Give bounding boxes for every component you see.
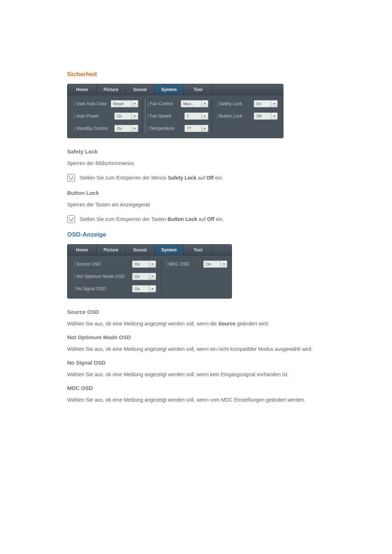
label-standby-control: Standby Control <box>74 126 107 131</box>
chevron-down-icon[interactable] <box>131 113 138 119</box>
tab-system[interactable]: System <box>155 84 184 95</box>
desc-button-lock: Sperren der Tasten am Anzeigegerät <box>67 201 325 209</box>
label-user-auto-color: User Auto Color <box>74 101 107 106</box>
tab-home[interactable]: Home <box>68 84 97 95</box>
svg-rect-1 <box>68 216 75 223</box>
note-icon <box>67 215 75 223</box>
desc-mdc-osd: Wählen Sie aus, ob eine Meldung angezeig… <box>67 396 325 404</box>
spinner-temperature[interactable]: 77 <box>184 125 208 132</box>
label-safety-lock: Safety Lock <box>217 101 242 106</box>
spinner-fan-speed[interactable]: 1 <box>184 112 208 120</box>
heading-source-osd: Source OSD <box>67 309 325 315</box>
chevron-down-icon[interactable] <box>201 100 208 107</box>
chevron-right-icon[interactable] <box>201 125 208 132</box>
label-fan-speed: Fan Speed <box>148 114 171 119</box>
dropdown-safety-lock[interactable]: On <box>254 100 278 107</box>
dropdown-button-lock[interactable]: Off <box>254 112 278 120</box>
heading-security: Sicherheit <box>67 71 325 78</box>
desc-not-optimum: Wählen Sie aus, ob eine Meldung angezeig… <box>67 345 325 353</box>
label-no-signal: No Signal OSD <box>74 286 106 291</box>
osd-panel: Home Picture Sound System Tool Source OS… <box>67 244 232 299</box>
dropdown-standby-control[interactable]: On <box>114 125 138 132</box>
chevron-down-icon[interactable] <box>131 125 138 132</box>
chevron-down-icon[interactable] <box>149 286 156 292</box>
heading-button-lock: Button Lock <box>67 190 325 196</box>
desc-no-signal: Wählen Sie aus, ob eine Meldung angezeig… <box>67 371 325 378</box>
label-fan-control: Fan Control <box>148 101 173 106</box>
tab-system[interactable]: System <box>155 245 184 255</box>
chevron-down-icon[interactable] <box>149 261 156 267</box>
tab-tool[interactable]: Tool <box>184 245 213 255</box>
tab-row: Home Picture Sound System Tool <box>68 84 283 95</box>
dropdown-source-osd[interactable]: On <box>132 260 156 268</box>
chevron-down-icon[interactable] <box>220 261 227 267</box>
dropdown-no-signal[interactable]: On <box>132 285 156 292</box>
security-panel: Home Picture Sound System Tool User Auto… <box>67 84 283 138</box>
chevron-down-icon[interactable] <box>149 273 156 280</box>
tab-picture[interactable]: Picture <box>97 245 126 255</box>
tab-sound[interactable]: Sound <box>126 84 155 95</box>
dropdown-mdc-osd[interactable]: On <box>203 260 227 268</box>
svg-rect-0 <box>68 174 75 181</box>
label-source-osd: Source OSD <box>74 262 101 267</box>
label-auto-power: Auto Power <box>74 114 99 119</box>
note-button-lock: Stellen Sie zum Entsperren der Tasten Bu… <box>79 216 224 223</box>
tab-home[interactable]: Home <box>68 245 97 255</box>
desc-safety-lock: Sperren der Bildschirmmenüs <box>67 160 325 167</box>
note-safety-lock: Stellen Sie zum Entsperren der Menüs Saf… <box>79 174 223 182</box>
heading-mdc-osd: MDC OSD <box>67 385 325 391</box>
desc-source-osd: Wählen Sie aus, ob eine Meldung angezeig… <box>67 320 325 328</box>
tab-tool[interactable]: Tool <box>184 84 213 95</box>
tab-sound[interactable]: Sound <box>126 245 155 255</box>
dropdown-user-auto-color[interactable]: Reset <box>111 100 138 107</box>
tab-picture[interactable]: Picture <box>97 84 126 95</box>
label-mdc-osd: MDC OSD <box>167 262 189 267</box>
dropdown-not-optimum[interactable]: On <box>132 273 156 280</box>
tab-row: Home Picture Sound System Tool <box>68 245 232 255</box>
chevron-right-icon[interactable] <box>201 113 208 119</box>
heading-osd: OSD-Anzeige <box>67 231 325 238</box>
heading-safety-lock: Safety Lock <box>67 148 325 155</box>
note-icon <box>67 174 75 182</box>
dropdown-auto-power[interactable]: On <box>114 112 138 120</box>
label-not-optimum: Not Optimum Mode OSD <box>74 274 124 279</box>
chevron-down-icon[interactable] <box>131 100 138 107</box>
heading-not-optimum: Not Optimum Mode OSD <box>67 334 325 340</box>
chevron-down-icon[interactable] <box>271 100 277 107</box>
heading-no-signal: No Signal OSD <box>67 360 325 366</box>
dropdown-fan-control[interactable]: Man... <box>181 100 208 107</box>
label-button-lock: Button Lock <box>217 114 242 119</box>
chevron-down-icon[interactable] <box>271 113 277 119</box>
label-temperature: Temperature <box>148 126 174 131</box>
